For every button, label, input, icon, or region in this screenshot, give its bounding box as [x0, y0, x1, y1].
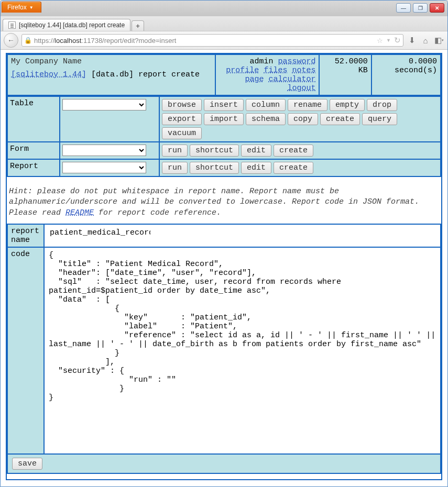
form-buttons-cell: runshortcuteditcreate — [159, 142, 441, 159]
table-import-button[interactable]: import — [204, 113, 244, 125]
minimize-button[interactable]: — — [396, 3, 411, 13]
browser-tab[interactable]: [sqliteboy 1.44] [data.db] report create — [3, 19, 130, 31]
download-icon[interactable]: ⬇ — [407, 35, 417, 46]
table-drop-button[interactable]: drop — [367, 99, 397, 111]
header-left: My Company Name [sqliteboy 1.44] [data.d… — [7, 54, 215, 95]
password-link[interactable]: password — [278, 57, 315, 66]
report-create-button[interactable]: create — [274, 162, 313, 174]
url-bar[interactable]: 🔒 https://localhost:11738/report/edit?mo… — [21, 34, 403, 47]
report-shortcut-button[interactable]: shortcut — [190, 162, 239, 174]
company-name: My Company Name — [11, 57, 212, 66]
header-links-cell: admin password profile files notes page … — [215, 54, 319, 95]
save-button[interactable]: save — [12, 458, 42, 470]
dropdown-icon[interactable]: ▼ — [386, 38, 391, 43]
url-host: localhost — [54, 37, 81, 45]
table-copy-button[interactable]: copy — [288, 113, 318, 125]
time-unit: second(s) — [375, 66, 437, 75]
profile-link[interactable]: profile — [226, 66, 259, 75]
firefox-menu-button[interactable]: Firefox ▼ — [2, 2, 41, 13]
action-table: Table browseinsertcolumnrenameemptydrope… — [7, 96, 441, 177]
close-button[interactable]: ✕ — [430, 3, 444, 13]
form-edit-button[interactable]: edit — [241, 145, 271, 157]
browser-window: Firefox ▼ — ❐ ✕ [sqliteboy 1.44] [data.d… — [0, 0, 448, 487]
report-select[interactable] — [62, 162, 146, 173]
table-insert-button[interactable]: insert — [204, 99, 244, 111]
bookmarks-icon[interactable]: ◧▾ — [434, 35, 444, 46]
table-buttons-cell: browseinsertcolumnrenameemptydropexporti… — [159, 96, 441, 142]
size-value: 52.0000 — [323, 57, 367, 66]
table-create-button[interactable]: create — [320, 113, 360, 125]
form-run-button[interactable]: run — [162, 145, 188, 157]
report-name-label: report name — [7, 224, 44, 247]
readme-link[interactable]: README — [65, 208, 94, 217]
files-link[interactable]: files — [264, 66, 287, 75]
refresh-icon[interactable]: ↻ — [394, 36, 401, 45]
page-content: My Company Name [sqliteboy 1.44] [data.d… — [6, 53, 442, 480]
table-export-button[interactable]: export — [162, 113, 202, 125]
tab-strip: [sqliteboy 1.44] [data.db] report create… — [1, 16, 447, 31]
table-column-button[interactable]: column — [246, 99, 286, 111]
page-icon — [8, 21, 16, 29]
home-icon[interactable]: ⌂ — [420, 35, 431, 46]
report-row-label: Report — [7, 159, 60, 176]
table-select[interactable] — [62, 99, 146, 110]
table-vacuum-button[interactable]: vacuum — [162, 127, 202, 139]
table-rename-button[interactable]: rename — [288, 99, 327, 111]
table-browse-button[interactable]: browse — [162, 99, 202, 111]
firefox-label: Firefox — [7, 4, 27, 11]
page-link[interactable]: page — [245, 75, 264, 84]
star-icon[interactable]: ☆ — [377, 37, 383, 45]
table-row-label: Table — [7, 96, 60, 142]
report-buttons-cell: runshortcuteditcreate — [159, 159, 441, 176]
code-label: code — [7, 247, 44, 454]
notes-link[interactable]: notes — [292, 66, 315, 75]
chevron-down-icon: ▼ — [29, 5, 34, 10]
time-cell: 0.0000 second(s) — [371, 54, 441, 95]
url-port: :11738 — [81, 37, 102, 45]
table-empty-button[interactable]: empty — [330, 99, 365, 111]
header-table: My Company Name [sqliteboy 1.44] [data.d… — [7, 54, 441, 96]
form-row-label: Form — [7, 142, 60, 159]
report-form-table: report name code save — [7, 224, 441, 474]
form-select[interactable] — [62, 145, 146, 156]
table-query-button[interactable]: query — [362, 113, 397, 125]
app-link[interactable]: [sqliteboy 1.44] — [11, 70, 86, 79]
firefox-top-bar: Firefox ▼ — ❐ ✕ — [1, 1, 447, 16]
back-button[interactable]: ← — [4, 33, 18, 48]
admin-label: admin — [249, 57, 273, 66]
form-shortcut-button[interactable]: shortcut — [190, 145, 239, 157]
maximize-button[interactable]: ❐ — [413, 3, 428, 13]
window-controls: — ❐ ✕ — [396, 3, 444, 13]
db-label: [data.db] report create — [91, 70, 200, 79]
hint-text: Hint: please do not put whitespace in re… — [7, 177, 441, 224]
lock-icon: 🔒 — [24, 37, 32, 44]
url-scheme: https:// — [34, 37, 54, 45]
report-name-input[interactable] — [48, 227, 152, 239]
navigation-toolbar: ← 🔒 https://localhost:11738/report/edit?… — [1, 31, 447, 50]
tab-title: [sqliteboy 1.44] [data.db] report create — [19, 21, 125, 29]
logout-link[interactable]: logout — [287, 84, 315, 93]
new-tab-button[interactable]: + — [132, 20, 144, 31]
url-path: /report/edit?mode=insert — [102, 37, 176, 45]
table-schema-button[interactable]: schema — [246, 113, 286, 125]
hint-after: for report code reference. — [94, 208, 221, 217]
size-unit: KB — [323, 66, 367, 75]
time-value: 0.0000 — [375, 57, 437, 66]
report-run-button[interactable]: run — [162, 162, 188, 174]
size-cell: 52.0000 KB — [319, 54, 371, 95]
calculator-link[interactable]: calculator — [268, 75, 315, 84]
code-textarea[interactable] — [48, 250, 437, 449]
form-create-button[interactable]: create — [274, 145, 313, 157]
report-edit-button[interactable]: edit — [241, 162, 271, 174]
